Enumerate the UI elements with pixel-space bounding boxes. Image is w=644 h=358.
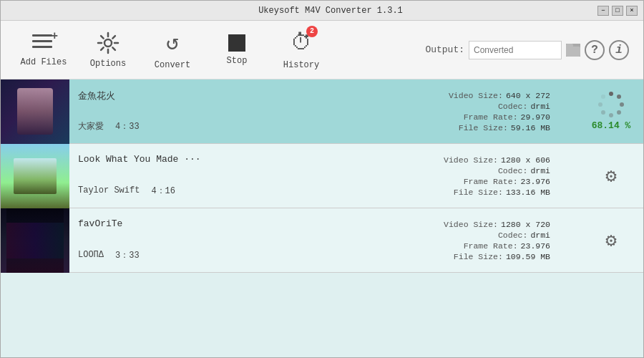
frame-rate-value: 29.970 (521, 112, 550, 122)
table-row[interactable]: 金魚花火 大家愛 4：33 Video Size: 640 x 272 Code… (1, 79, 643, 144)
frame-rate-value: 23.976 (521, 241, 550, 251)
frame-rate-label: Frame Rate: (464, 177, 518, 186)
file-specs: Video Size: 1280 x 720 Codec: drmi Frame… (444, 220, 550, 261)
history-icon-wrap: ⏱ 2 (291, 30, 312, 56)
codec-label: Codec: (498, 231, 527, 240)
table-row[interactable]: Look What You Made ··· Taylor Swift 4：16… (1, 144, 643, 208)
file-duration: 3：33 (115, 249, 140, 261)
add-files-icon: + (32, 33, 55, 53)
codec-value: drmi (530, 166, 550, 175)
file-artist: 大家愛 (78, 120, 104, 132)
video-size-value: 640 x 272 (506, 91, 550, 100)
stop-button[interactable]: Stop (208, 23, 265, 77)
convert-button[interactable]: ↺ Convert (144, 23, 201, 77)
close-button[interactable]: × (626, 6, 638, 16)
svg-line-7 (112, 36, 115, 39)
settings-icon[interactable]: ⚙ (605, 229, 617, 252)
history-label: History (283, 60, 319, 70)
file-duration: 4：16 (151, 185, 175, 197)
codec-value: drmi (530, 102, 550, 111)
options-button[interactable]: Options (79, 23, 137, 77)
folder-button[interactable] (566, 44, 580, 57)
file-artist: Taylor Swift (78, 185, 140, 195)
file-artist: LOOΠΔ (78, 250, 104, 260)
convert-label: Convert (155, 60, 190, 70)
codec-value: drmi (530, 231, 550, 240)
output-section: Output: ? i (425, 40, 629, 60)
file-size-value: 59.16 MB (511, 123, 550, 132)
video-size-value: 1280 x 720 (501, 220, 550, 229)
help-button[interactable]: ? (585, 40, 605, 60)
file-size-value: 133.16 MB (506, 188, 550, 197)
history-button[interactable]: ⏱ 2 History (273, 23, 330, 77)
file-specs: Video Size: 1280 x 606 Codec: drmi Frame… (444, 155, 550, 197)
file-duration: 4：33 (115, 120, 140, 132)
svg-line-5 (101, 36, 104, 39)
table-row[interactable]: favOriTe LOOΠΔ 3：33 Video Size: 1280 x 7… (1, 208, 643, 273)
minimize-button[interactable]: − (597, 6, 609, 16)
progress-text: 68.14 % (592, 120, 631, 131)
loading-spinner (598, 92, 624, 117)
window-controls[interactable]: − □ × (597, 6, 638, 16)
thumbnail (1, 208, 69, 273)
thumbnail (1, 79, 69, 144)
file-specs: Video Size: 640 x 272 Codec: drmi Frame … (449, 91, 550, 132)
add-files-button[interactable]: + Add Files (15, 23, 72, 77)
svg-point-0 (104, 39, 112, 47)
frame-rate-label: Frame Rate: (464, 112, 518, 122)
file-action: ⚙ (579, 144, 643, 208)
codec-label: Codec: (498, 102, 527, 111)
history-badge: 2 (306, 26, 318, 37)
svg-line-8 (101, 47, 104, 50)
frame-rate-label: Frame Rate: (464, 241, 518, 251)
gear-icon (97, 32, 119, 54)
video-size-label: Video Size: (444, 220, 498, 229)
file-size-label: File Size: (459, 123, 508, 132)
video-size-value: 1280 x 606 (501, 155, 550, 165)
svg-line-6 (112, 47, 115, 50)
settings-icon[interactable]: ⚙ (605, 165, 617, 188)
file-size-label: File Size: (454, 252, 503, 261)
toolbar: + Add Files Options ↺ Convert Stop (1, 21, 643, 79)
output-label: Output: (425, 44, 464, 55)
title-bar: Ukeysoft M4V Converter 1.3.1 − □ × (1, 1, 643, 21)
options-label: Options (90, 59, 126, 69)
file-size-label: File Size: (454, 188, 503, 197)
file-size-value: 109.59 MB (506, 252, 550, 261)
window-title: Ukeysoft M4V Converter 1.3.1 (64, 6, 597, 16)
video-size-label: Video Size: (449, 91, 503, 100)
codec-label: Codec: (498, 166, 527, 175)
output-input[interactable] (469, 41, 562, 59)
frame-rate-value: 23.976 (521, 177, 550, 186)
convert-icon: ↺ (166, 29, 179, 56)
file-action: ⚙ (579, 208, 643, 273)
stop-label: Stop (227, 56, 248, 66)
add-files-label: Add Files (21, 57, 67, 67)
file-action: 68.14 % (579, 79, 643, 144)
info-button[interactable]: i (609, 40, 629, 60)
video-size-label: Video Size: (444, 155, 498, 165)
maximize-button[interactable]: □ (612, 6, 623, 16)
stop-icon (228, 34, 245, 52)
file-list: 金魚花火 大家愛 4：33 Video Size: 640 x 272 Code… (1, 79, 643, 358)
thumbnail (1, 144, 69, 208)
